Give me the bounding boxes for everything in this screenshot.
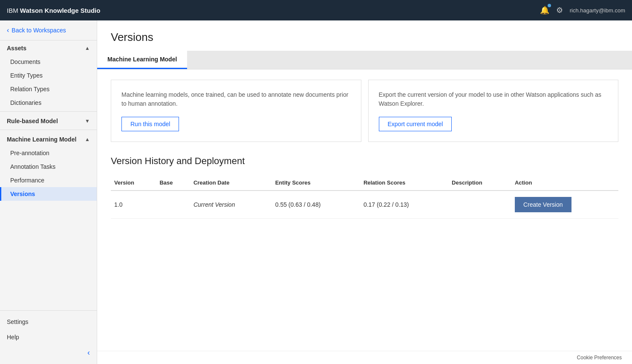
layout: ‹ Back to Workspaces Assets ▲ Documents …: [0, 20, 632, 364]
tab-machine-learning-model[interactable]: Machine Learning Model: [97, 51, 187, 69]
cell-base: [156, 191, 190, 219]
assets-chevron-icon: ▲: [85, 45, 90, 51]
sidebar-item-help[interactable]: Help: [0, 329, 97, 345]
col-base: Base: [156, 175, 190, 191]
sidebar-divider-2: [0, 130, 97, 130]
ml-model-label: Machine Learning Model: [7, 136, 76, 143]
notifications-icon[interactable]: 🔔: [540, 6, 549, 15]
sidebar-item-entity-types[interactable]: Entity Types: [0, 69, 97, 82]
col-entity-scores: Entity Scores: [272, 175, 360, 191]
export-model-button[interactable]: Export current model: [379, 117, 452, 131]
cell-version: 1.0: [111, 191, 156, 219]
sidebar-section-ml-model: Machine Learning Model ▲ Pre-annotation …: [0, 132, 97, 201]
sidebar-section-rule-based: Rule-based Model ▼: [0, 113, 97, 128]
cards-row: Machine learning models, once trained, c…: [111, 80, 618, 142]
topnav-icons: 🔔 ⚙ rich.hagarty@ibm.com: [540, 6, 625, 15]
col-relation-scores: Relation Scores: [360, 175, 448, 191]
assets-label: Assets: [7, 45, 26, 52]
cell-entity-scores: 0.55 (0.63 / 0.48): [272, 191, 360, 219]
page-header: Versions: [97, 20, 632, 51]
back-arrow-icon: ‹: [7, 26, 9, 34]
sidebar-item-performance[interactable]: Performance: [0, 173, 97, 187]
col-creation-date: Creation Date: [190, 175, 272, 191]
rule-based-model-header[interactable]: Rule-based Model ▼: [0, 113, 97, 128]
footer: Cookie Preferences: [97, 351, 632, 364]
sidebar-item-annotation-tasks[interactable]: Annotation Tasks: [0, 160, 97, 173]
version-history-table: Version Base Creation Date Entity Scores…: [111, 175, 618, 219]
cookie-preferences-link[interactable]: Cookie Preferences: [577, 355, 622, 361]
export-model-card: Export the current version of your model…: [368, 80, 619, 142]
sidebar-item-dictionaries[interactable]: Dictionaries: [0, 96, 97, 110]
main-content: Versions Machine Learning Model Machine …: [97, 20, 632, 364]
sidebar-collapse-button[interactable]: ‹: [0, 345, 97, 361]
sidebar-divider-1: [0, 111, 97, 112]
cell-creation-date: Current Version: [190, 191, 272, 219]
back-label: Back to Workspaces: [12, 27, 66, 34]
sidebar-item-settings[interactable]: Settings: [0, 314, 97, 329]
tabs-bar: Machine Learning Model: [97, 51, 632, 69]
assets-section-header[interactable]: Assets ▲: [0, 40, 97, 55]
sidebar-item-relation-types[interactable]: Relation Types: [0, 82, 97, 96]
sidebar-section-assets: Assets ▲ Documents Entity Types Relation…: [0, 40, 97, 110]
page-content: Machine learning models, once trained, c…: [97, 69, 632, 229]
cell-description: [448, 191, 511, 219]
notification-badge: [548, 4, 551, 7]
col-version: Version: [111, 175, 156, 191]
cell-relation-scores: 0.17 (0.22 / 0.13): [360, 191, 448, 219]
sidebar-item-documents[interactable]: Documents: [0, 55, 97, 69]
topnav: IBM Watson Knowledge Studio 🔔 ⚙ rich.hag…: [0, 0, 632, 20]
version-history-title: Version History and Deployment: [111, 156, 618, 167]
sidebar-item-pre-annotation[interactable]: Pre-annotation: [0, 146, 97, 160]
back-to-workspaces[interactable]: ‹ Back to Workspaces: [0, 20, 97, 40]
ml-model-header[interactable]: Machine Learning Model ▲: [0, 132, 97, 146]
settings-icon[interactable]: ⚙: [556, 6, 563, 15]
col-action: Action: [511, 175, 618, 191]
sidebar-bottom: Settings Help ‹: [0, 310, 97, 364]
rule-based-chevron-icon: ▼: [85, 118, 90, 124]
table-header-row: Version Base Creation Date Entity Scores…: [111, 175, 618, 191]
table-row: 1.0 Current Version 0.55 (0.63 / 0.48) 0…: [111, 191, 618, 219]
run-model-description: Machine learning models, once trained, c…: [121, 90, 351, 108]
export-model-description: Export the current version of your model…: [379, 90, 608, 108]
user-email: rich.hagarty@ibm.com: [570, 7, 625, 14]
ml-model-chevron-icon: ▲: [85, 136, 90, 142]
run-model-button[interactable]: Run this model: [121, 117, 179, 131]
cell-action: Create Version: [511, 191, 618, 219]
app-logo: IBM Watson Knowledge Studio: [7, 7, 540, 14]
run-model-card: Machine learning models, once trained, c…: [111, 80, 361, 142]
sidebar-item-versions[interactable]: Versions: [0, 187, 97, 201]
create-version-button[interactable]: Create Version: [515, 197, 571, 212]
rule-based-label: Rule-based Model: [7, 118, 58, 124]
col-description: Description: [448, 175, 511, 191]
page-title: Versions: [111, 31, 618, 44]
sidebar: ‹ Back to Workspaces Assets ▲ Documents …: [0, 20, 97, 364]
